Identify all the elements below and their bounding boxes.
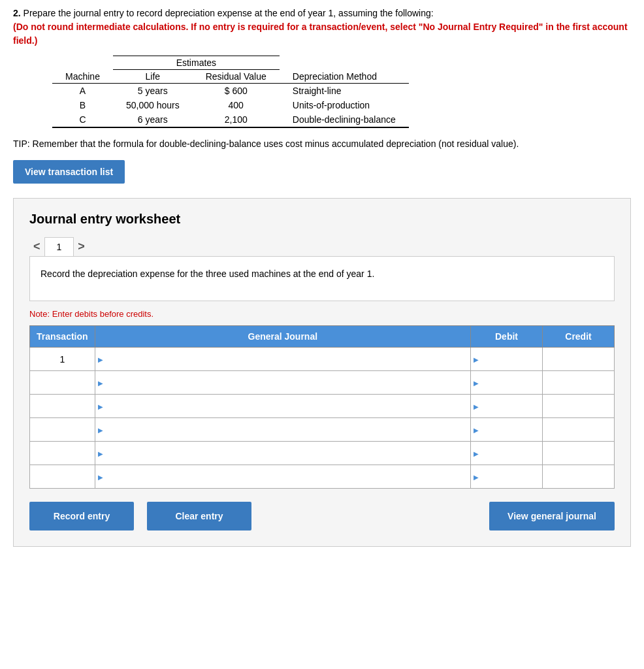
credit-input-5[interactable] <box>543 442 614 465</box>
table-row <box>30 465 615 489</box>
estimates-table: Estimates Machine Life Residual Value De… <box>52 56 409 128</box>
credit-input-1[interactable] <box>543 348 614 370</box>
table-row: 1 <box>30 348 615 371</box>
credit-header: Credit <box>543 326 615 348</box>
view-general-journal-button[interactable]: View general journal <box>489 502 615 530</box>
gj-input-4[interactable] <box>95 418 470 441</box>
table-row <box>30 371 615 395</box>
table-row <box>30 442 615 465</box>
debit-input-2[interactable] <box>471 371 542 394</box>
debit-cell-6[interactable] <box>471 465 543 489</box>
debit-cell-4[interactable] <box>471 418 543 442</box>
gj-cell-2[interactable] <box>95 371 470 395</box>
estimates-section: Estimates Machine Life Residual Value De… <box>13 56 631 128</box>
residual-c: 2,100 <box>193 112 280 127</box>
worksheet-title: Journal entry worksheet <box>29 212 615 227</box>
clear-entry-button[interactable]: Clear entry <box>147 502 251 530</box>
gj-cell-3[interactable] <box>95 395 470 418</box>
credit-cell-1[interactable] <box>543 348 615 371</box>
credit-input-3[interactable] <box>543 395 614 417</box>
transaction-header: Transaction <box>30 326 95 348</box>
tip-text: TIP: Remember that the formula for doubl… <box>13 137 631 151</box>
machine-a: A <box>52 84 113 99</box>
record-entry-button[interactable]: Record entry <box>29 502 134 530</box>
residual-a: $ 600 <box>193 84 280 99</box>
debit-input-4[interactable] <box>471 418 542 441</box>
credit-input-2[interactable] <box>543 371 614 394</box>
transaction-cell-1: 1 <box>30 348 95 371</box>
tab-navigation: < 1 > <box>29 237 615 256</box>
debit-cell-2[interactable] <box>471 371 543 395</box>
question-number: 2. <box>13 8 21 18</box>
tab-next-button[interactable]: > <box>74 237 89 256</box>
debit-cell-1[interactable] <box>471 348 543 371</box>
credit-input-6[interactable] <box>543 465 614 488</box>
table-row: A 5 years $ 600 Straight-line <box>52 84 409 99</box>
gj-input-5[interactable] <box>95 442 470 465</box>
machine-b: B <box>52 98 113 112</box>
view-transaction-button[interactable]: View transaction list <box>13 160 125 184</box>
credit-cell-6[interactable] <box>543 465 615 489</box>
method-b: Units-of-production <box>280 98 409 112</box>
gj-cell-1[interactable] <box>95 348 470 371</box>
gj-input-6[interactable] <box>95 465 470 488</box>
debit-input-3[interactable] <box>471 395 542 417</box>
life-a: 5 years <box>113 84 193 99</box>
method-header-empty <box>280 56 409 70</box>
description-box: Record the depreciation expense for the … <box>29 256 615 301</box>
journal-table: Transaction General Journal Debit Credit… <box>29 325 615 489</box>
transaction-cell-4 <box>30 418 95 442</box>
note-text: Note: Enter debits before credits. <box>29 309 615 319</box>
credit-cell-2[interactable] <box>543 371 615 395</box>
description-text: Record the depreciation expense for the … <box>40 269 374 279</box>
credit-cell-5[interactable] <box>543 442 615 465</box>
debit-input-1[interactable] <box>471 348 542 370</box>
life-b: 50,000 hours <box>113 98 193 112</box>
credit-input-4[interactable] <box>543 418 614 441</box>
debit-input-5[interactable] <box>471 442 542 465</box>
col-life-header: Life <box>113 70 193 84</box>
table-row: C 6 years 2,100 Double-declining-balance <box>52 112 409 127</box>
transaction-cell-6 <box>30 465 95 489</box>
method-c: Double-declining-balance <box>280 112 409 127</box>
gj-input-2[interactable] <box>95 371 470 394</box>
transaction-cell-3 <box>30 395 95 418</box>
transaction-cell-2 <box>30 371 95 395</box>
red-instruction: (Do not round intermediate calculations.… <box>13 22 628 46</box>
journal-worksheet: Journal entry worksheet < 1 > Record the… <box>13 198 631 547</box>
bottom-buttons: Record entry Clear entry View general jo… <box>29 502 615 530</box>
machine-c: C <box>52 112 113 127</box>
gj-input-3[interactable] <box>95 395 470 417</box>
gj-cell-6[interactable] <box>95 465 470 489</box>
transaction-cell-5 <box>30 442 95 465</box>
question-header: 2. Prepare the journal entry to record d… <box>13 7 631 48</box>
debit-header: Debit <box>471 326 543 348</box>
credit-cell-4[interactable] <box>543 418 615 442</box>
debit-cell-5[interactable] <box>471 442 543 465</box>
residual-b: 400 <box>193 98 280 112</box>
debit-input-6[interactable] <box>471 465 542 488</box>
debit-cell-3[interactable] <box>471 395 543 418</box>
table-row: B 50,000 hours 400 Units-of-production <box>52 98 409 112</box>
method-a: Straight-line <box>280 84 409 99</box>
tab-1[interactable]: 1 <box>44 237 74 256</box>
col-residual-header: Residual Value <box>193 70 280 84</box>
gj-cell-4[interactable] <box>95 418 470 442</box>
table-row <box>30 418 615 442</box>
credit-cell-3[interactable] <box>543 395 615 418</box>
tab-prev-button[interactable]: < <box>29 237 44 256</box>
life-c: 6 years <box>113 112 193 127</box>
machine-header-empty <box>52 56 113 70</box>
general-journal-header: General Journal <box>95 326 470 348</box>
col-method-header: Depreciation Method <box>280 70 409 84</box>
table-row <box>30 395 615 418</box>
gj-input-1[interactable] <box>95 348 470 370</box>
question-text: Prepare the journal entry to record depr… <box>24 8 434 18</box>
estimates-title: Estimates <box>113 56 280 70</box>
gj-cell-5[interactable] <box>95 442 470 465</box>
col-machine-header: Machine <box>52 70 113 84</box>
